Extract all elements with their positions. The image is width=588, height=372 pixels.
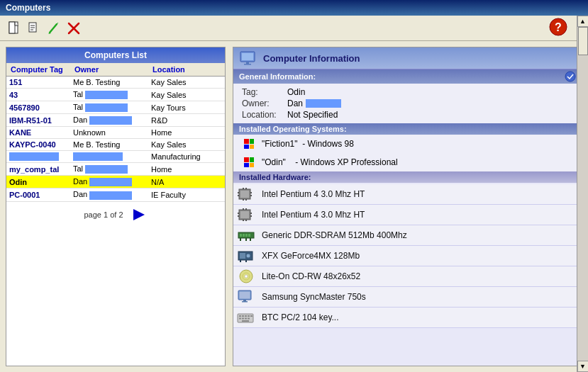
hw-item: BTC PC/2 104 key... <box>233 308 582 328</box>
owner-label: Owner: <box>242 98 284 108</box>
svg-point-18 <box>565 72 575 81</box>
scroll-thumb[interactable] <box>578 27 588 55</box>
ram-icon <box>236 227 256 243</box>
hw-name: BTC PC/2 104 key... <box>262 312 339 322</box>
svg-rect-24 <box>245 199 247 201</box>
keyboard-icon <box>236 310 256 325</box>
table-row[interactable]: my_comp_tal Tal Home <box>6 163 225 176</box>
svg-rect-66 <box>242 318 244 320</box>
hw-item: Generic DDR-SDRAM 512Mb 400Mhz <box>233 225 582 246</box>
table-row[interactable]: Odin Dan N/A <box>6 176 225 188</box>
main-area: Computers List Computer Tag Owner Locati… <box>0 41 588 372</box>
col-tag: Computer Tag <box>9 64 73 74</box>
svg-rect-69 <box>242 320 249 322</box>
cd-icon <box>236 269 256 284</box>
table-row[interactable]: PC-0001 Dan IE Faculty <box>6 188 225 201</box>
owner-row: Owner: Dan <box>242 98 573 109</box>
svg-rect-1 <box>9 22 15 33</box>
owner-bar <box>73 152 123 161</box>
scroll-down-button[interactable]: ▼ <box>577 361 589 372</box>
svg-rect-68 <box>248 318 250 320</box>
svg-point-49 <box>246 254 250 258</box>
hw-section-header: Installed Hardware: <box>233 171 582 183</box>
table-row[interactable]: 43 Tal Kay Sales <box>6 89 225 101</box>
owner-value: Dan <box>287 98 303 108</box>
scroll-up-button[interactable]: ▲ <box>577 16 589 27</box>
toolbar: ? <box>0 16 588 41</box>
table-row[interactable]: Manufacturing <box>6 151 225 163</box>
windows-icon <box>242 155 256 169</box>
svg-rect-21 <box>243 188 244 189</box>
computers-list-panel: Computers List Computer Tag Owner Locati… <box>6 47 226 366</box>
table-row[interactable]: KANE Unknown Home <box>6 127 225 139</box>
info-panel-title: Computer Information <box>233 47 582 69</box>
column-headers: Computer Tag Owner Location <box>6 63 225 77</box>
svg-rect-64 <box>250 315 253 317</box>
general-info-title: General Information: <box>239 72 316 81</box>
owner-bar <box>85 165 128 174</box>
delete-button[interactable] <box>65 20 82 37</box>
os-name-1: "Fiction1" - Windows 98 <box>262 139 354 149</box>
svg-rect-20 <box>240 191 249 198</box>
hw-item: Intel Pentium 4 3.0 Mhz HT <box>233 184 582 205</box>
hw-item: Samsung SyncMaster 750s <box>233 287 582 308</box>
tag-bar <box>9 152 59 161</box>
svg-rect-44 <box>240 238 241 241</box>
svg-rect-50 <box>240 260 241 262</box>
pencil-button[interactable] <box>45 20 62 37</box>
os-section-header: Installed Operating Systems: <box>233 123 582 135</box>
page-info: page 1 of 2 <box>84 210 123 219</box>
os-name-2: "Odin" - Windows XP Professional <box>262 157 398 167</box>
scrollbar[interactable]: ▲ ▼ <box>577 16 588 372</box>
table-row[interactable]: 151 Me B. Testing Kay Sales <box>6 77 225 89</box>
svg-rect-36 <box>238 215 239 217</box>
svg-marker-7 <box>48 33 51 34</box>
svg-rect-28 <box>250 195 252 196</box>
os-section-title: Installed Operating Systems: <box>239 125 347 133</box>
monitor-hw-icon <box>236 289 256 305</box>
edit-button[interactable] <box>26 20 43 37</box>
os-item: "Fiction1" - Windows 98 <box>233 135 582 153</box>
hw-item: XFX GeForce4MX 128Mb <box>233 246 582 266</box>
svg-rect-31 <box>243 208 244 210</box>
owner-bar <box>89 191 132 200</box>
computer-info-panel: Computer Information General Information… <box>233 47 582 366</box>
svg-rect-25 <box>238 192 239 193</box>
svg-rect-17 <box>244 64 251 65</box>
pagination: page 1 of 2 <box>6 202 225 227</box>
tag-value: Odin <box>287 87 305 97</box>
hw-section-title: Installed Hardware: <box>239 173 311 181</box>
svg-rect-34 <box>245 220 247 221</box>
owner-bar <box>89 116 132 125</box>
hw-name: Intel Pentium 4 3.0 Mhz HT <box>262 189 365 199</box>
hw-item: Intel Pentium 4 3.0 Mhz HT <box>233 205 582 225</box>
svg-rect-37 <box>250 213 252 214</box>
location-row: Location: Not Specified <box>242 109 573 120</box>
hw-name: XFX GeForce4MX 128Mb <box>262 251 360 261</box>
owner-bar <box>85 91 128 99</box>
os-item: "Odin" - Windows XP Professional <box>233 153 582 171</box>
svg-rect-48 <box>240 253 245 259</box>
col-location: Location <box>151 64 222 74</box>
hw-item: Lite-On CD-RW 48x26x52 <box>233 266 582 287</box>
hw-name: Generic DDR-SDRAM 512Mb 400Mhz <box>262 230 407 240</box>
svg-rect-32 <box>245 208 247 210</box>
panel-title-text: Computer Information <box>263 53 360 64</box>
next-page-button[interactable] <box>131 206 148 223</box>
table-row[interactable]: IBM-R51-01 Dan R&D <box>6 114 225 127</box>
svg-rect-38 <box>250 215 252 217</box>
svg-rect-16 <box>246 62 249 64</box>
svg-rect-45 <box>245 238 247 241</box>
owner-bar <box>306 99 341 108</box>
svg-marker-13 <box>133 209 145 220</box>
svg-rect-33 <box>243 220 244 221</box>
table-row[interactable]: 4567890 Tal Kay Tours <box>6 101 225 114</box>
svg-rect-26 <box>238 195 239 196</box>
svg-rect-35 <box>238 213 239 214</box>
help-button[interactable]: ? <box>548 17 568 39</box>
table-row[interactable]: KAYPC-0040 Me B. Testing Kay Sales <box>6 139 225 151</box>
svg-rect-22 <box>245 188 247 189</box>
new-button[interactable] <box>6 20 23 37</box>
tag-row: Tag: Odin <box>242 86 573 98</box>
table-body: 151 Me B. Testing Kay Sales 43 Tal Kay S… <box>6 77 225 202</box>
